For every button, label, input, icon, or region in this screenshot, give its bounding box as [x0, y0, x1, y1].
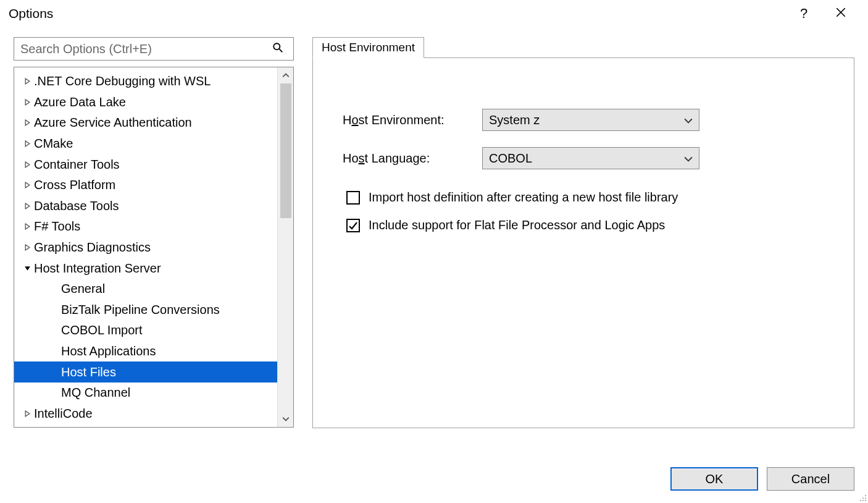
search-box[interactable]	[14, 37, 294, 61]
tree-item[interactable]: Container Tools	[14, 154, 277, 175]
svg-point-16	[862, 497, 864, 499]
tree-item[interactable]: Host Applications	[14, 341, 277, 362]
tree-item[interactable]: Host Integration Server	[14, 258, 277, 279]
host-environment-dropdown[interactable]: System z	[482, 109, 699, 131]
tree-item[interactable]: Host Files	[14, 361, 277, 383]
tree-item-label: .NET Core Debugging with WSL	[34, 74, 211, 88]
tree-item-label: Graphics Diagnostics	[34, 240, 151, 255]
help-button[interactable]: ?	[785, 6, 822, 22]
ok-button[interactable]: OK	[670, 467, 758, 491]
search-input[interactable]	[14, 42, 272, 56]
host-environment-value: System z	[489, 113, 540, 127]
svg-marker-13	[25, 266, 30, 271]
svg-marker-7	[25, 141, 30, 146]
tree-item-label: BizTalk Pipeline Conversions	[61, 303, 220, 317]
import-host-definition-checkbox[interactable]	[346, 191, 360, 205]
tree-item[interactable]: Graphics Diagnostics	[14, 237, 277, 258]
tree-item[interactable]: Cross Platform	[14, 175, 277, 196]
include-flat-file-support-label: Include support for Flat File Processor …	[369, 218, 665, 232]
tree-item-label: Host Integration Server	[34, 261, 161, 276]
svg-point-18	[860, 500, 861, 501]
svg-marker-8	[25, 162, 30, 167]
tree-item-label: Database Tools	[34, 199, 119, 213]
svg-point-15	[865, 495, 866, 496]
tree-item[interactable]: IntelliCode	[14, 404, 277, 425]
chevron-down-icon	[684, 151, 693, 166]
tree-item-label: Container Tools	[34, 158, 120, 172]
tree-expand-icon[interactable]	[20, 223, 34, 230]
svg-marker-6	[25, 120, 30, 126]
host-language-label: Host Language:	[343, 151, 482, 166]
import-host-definition-label: Import host definition after creating a …	[369, 190, 678, 205]
tree-item-label: General	[61, 282, 105, 296]
tree-item[interactable]: Database Tools	[14, 196, 277, 217]
window-title: Options	[9, 6, 53, 21]
include-flat-file-support-checkbox[interactable]	[346, 219, 360, 232]
cancel-button[interactable]: Cancel	[767, 467, 854, 491]
svg-point-19	[862, 500, 864, 501]
tree-item[interactable]: F# Tools	[14, 216, 277, 237]
scroll-up-button[interactable]	[278, 67, 293, 83]
host-environment-label: Host Environment:	[343, 113, 482, 127]
tree-item[interactable]: .NET Core Debugging with WSL	[14, 71, 277, 92]
scrollbar[interactable]	[277, 67, 293, 427]
svg-marker-5	[25, 99, 30, 105]
svg-marker-10	[25, 203, 30, 209]
svg-line-3	[279, 49, 282, 52]
titlebar: Options ?	[0, 0, 868, 27]
tree-item[interactable]: Azure Service Authentication	[14, 112, 277, 133]
tree-item-label: IntelliCode	[34, 407, 93, 421]
tree-expand-icon[interactable]	[20, 410, 34, 417]
svg-marker-9	[25, 182, 30, 188]
tree-item-label: COBOL Import	[61, 323, 143, 337]
scrollbar-thumb[interactable]	[280, 83, 291, 218]
tree-expand-icon[interactable]	[20, 140, 34, 147]
tree-item-label: Azure Data Lake	[34, 95, 126, 109]
tree-item-label: Azure Service Authentication	[34, 116, 192, 130]
chevron-down-icon	[684, 113, 693, 127]
tree-item[interactable]: Azure Data Lake	[14, 92, 277, 113]
tree-expand-icon[interactable]	[20, 99, 34, 106]
host-language-dropdown[interactable]: COBOL	[482, 147, 699, 169]
svg-point-17	[865, 497, 866, 499]
tree-expand-icon[interactable]	[20, 182, 34, 188]
svg-point-20	[865, 500, 866, 501]
tab-label: Host Environment	[322, 41, 415, 54]
search-icon	[272, 42, 290, 56]
tree-item[interactable]: BizTalk Pipeline Conversions	[14, 300, 277, 321]
tree-expand-icon[interactable]	[20, 78, 34, 85]
tree-expand-icon[interactable]	[20, 119, 34, 126]
svg-marker-14	[25, 411, 30, 416]
tree-item-label: MQ Channel	[61, 386, 130, 400]
scroll-down-button[interactable]	[278, 411, 293, 427]
tree-item-label: Host Files	[61, 365, 116, 379]
svg-marker-12	[25, 245, 30, 250]
tree-item-label: F# Tools	[34, 219, 80, 234]
svg-marker-11	[25, 224, 30, 230]
tree-item[interactable]: MQ Channel	[14, 383, 277, 404]
close-button[interactable]	[822, 6, 859, 22]
tree-item-label: CMake	[34, 137, 73, 151]
tab-host-environment[interactable]: Host Environment	[312, 37, 424, 58]
tree-item[interactable]: General	[14, 279, 277, 300]
resize-grip[interactable]	[857, 492, 867, 502]
tree-item-label: Cross Platform	[34, 178, 115, 192]
host-language-value: COBOL	[489, 151, 532, 166]
tree-item[interactable]: COBOL Import	[14, 320, 277, 341]
tree-collapse-icon[interactable]	[20, 265, 34, 272]
tree-item-label: Host Applications	[61, 344, 156, 358]
tree-item[interactable]: CMake	[14, 133, 277, 154]
svg-marker-4	[25, 78, 30, 84]
tree-expand-icon[interactable]	[20, 203, 34, 209]
options-tree[interactable]: .NET Core Debugging with WSLAzure Data L…	[14, 67, 277, 427]
tree-expand-icon[interactable]	[20, 244, 34, 251]
svg-point-2	[273, 43, 280, 49]
settings-panel: Host Environment: System z Host Language…	[312, 57, 854, 428]
tree-expand-icon[interactable]	[20, 161, 34, 168]
